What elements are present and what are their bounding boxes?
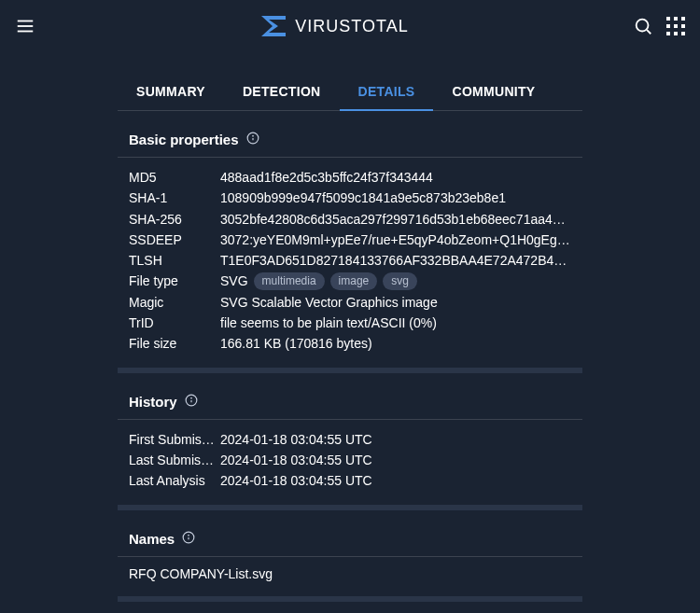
svg-rect-10 bbox=[681, 24, 685, 28]
row-trid: TrIDfile seems to be plain text/ASCII (0… bbox=[129, 313, 571, 333]
row-sha1: SHA-1108909b999e947f5099c1841a9e5c873b23… bbox=[129, 188, 571, 208]
topbar: VIRUSTOTAL bbox=[0, 0, 700, 52]
section-footer-bar bbox=[118, 596, 582, 602]
label: TrID bbox=[129, 313, 220, 332]
value: SVG Scalable Vector Graphics image bbox=[220, 293, 571, 312]
value: T1E0F3AD651D827184133766AF332BBAA4E72A47… bbox=[220, 251, 571, 270]
label: Last Submission bbox=[129, 451, 220, 469]
tag[interactable]: image bbox=[330, 272, 378, 290]
svg-rect-8 bbox=[666, 24, 670, 28]
row-tlsh: TLSHT1E0F3AD651D827184133766AF332BBAA4E7… bbox=[129, 250, 571, 271]
filetype-value: SVG bbox=[220, 272, 248, 290]
label: TLSH bbox=[129, 251, 220, 270]
brand-name: VIRUSTOTAL bbox=[295, 17, 408, 36]
svg-rect-5 bbox=[666, 17, 670, 21]
grid-icon[interactable] bbox=[666, 17, 685, 35]
row-last-submission: Last Submission2024-01-18 03:04:55 UTC bbox=[129, 450, 571, 470]
tag[interactable]: multimedia bbox=[254, 272, 325, 290]
name-item: RFQ COMPANY-List.svg bbox=[129, 566, 571, 581]
section-title: History bbox=[129, 394, 177, 410]
section-basic-properties: Basic properties MD5488aad1f8e2d5c3b5ffc… bbox=[118, 132, 582, 373]
label: MD5 bbox=[129, 168, 220, 187]
row-first-submission: First Submission2024-01-18 03:04:55 UTC bbox=[129, 429, 571, 450]
tab-community[interactable]: COMMUNITY bbox=[433, 75, 553, 110]
value: 108909b999e947f5099c1841a9e5c873b23eb8e1 bbox=[220, 188, 571, 207]
svg-rect-9 bbox=[674, 24, 678, 28]
svg-rect-6 bbox=[674, 17, 678, 21]
sigma-icon bbox=[259, 14, 287, 38]
row-sha256: SHA-2563052bfe42808c6d35aca297f299716d53… bbox=[129, 209, 571, 230]
value: 3052bfe42808c6d35aca297f299716d53b1eb68e… bbox=[220, 210, 571, 229]
search-icon[interactable] bbox=[633, 16, 653, 36]
section-title: Basic properties bbox=[129, 132, 239, 147]
label: SHA-1 bbox=[129, 188, 220, 207]
brand-logo[interactable]: VIRUSTOTAL bbox=[259, 14, 408, 38]
main-content: SUMMARY DETECTION DETAILS COMMUNITY Basi… bbox=[118, 75, 582, 602]
section-footer-bar bbox=[118, 368, 582, 373]
value: 2024-01-18 03:04:55 UTC bbox=[220, 430, 571, 449]
info-icon[interactable] bbox=[246, 132, 259, 147]
row-filetype: File type SVG multimedia image svg bbox=[129, 271, 571, 291]
value: 2024-01-18 03:04:55 UTC bbox=[220, 451, 571, 469]
row-magic: MagicSVG Scalable Vector Graphics image bbox=[129, 292, 571, 313]
value: file seems to be plain text/ASCII (0%) bbox=[220, 313, 571, 332]
section-footer-bar bbox=[118, 505, 582, 510]
row-ssdeep: SSDEEP3072:yeYE0M9ml+ypEe7/rue+E5qyP4obZ… bbox=[129, 230, 571, 250]
label: File type bbox=[129, 272, 220, 290]
svg-point-16 bbox=[252, 135, 253, 136]
menu-icon[interactable] bbox=[15, 16, 35, 36]
label: File size bbox=[129, 334, 220, 353]
svg-point-3 bbox=[637, 20, 649, 32]
section-names: Names RFQ COMPANY-List.svg bbox=[118, 531, 582, 602]
label: Magic bbox=[129, 293, 220, 312]
tab-summary[interactable]: SUMMARY bbox=[118, 75, 224, 110]
label: Last Analysis bbox=[129, 471, 220, 490]
info-icon[interactable] bbox=[185, 394, 198, 410]
svg-point-22 bbox=[189, 535, 189, 536]
row-last-analysis: Last Analysis2024-01-18 03:04:55 UTC bbox=[129, 470, 571, 491]
value: 166.81 KB (170816 bytes) bbox=[220, 334, 571, 353]
row-md5: MD5488aad1f8e2d5c3b5ffc24f37f343444 bbox=[129, 167, 571, 188]
svg-line-4 bbox=[647, 30, 651, 34]
info-icon[interactable] bbox=[182, 531, 195, 547]
tag[interactable]: svg bbox=[383, 272, 417, 290]
value: 3072:yeYE0M9ml+ypEe7/rue+E5qyP4obZeom+Q1… bbox=[220, 230, 571, 249]
value: 488aad1f8e2d5c3b5ffc24f37f343444 bbox=[220, 168, 571, 187]
svg-rect-12 bbox=[674, 32, 678, 35]
label: SHA-256 bbox=[129, 210, 220, 229]
tabs: SUMMARY DETECTION DETAILS COMMUNITY bbox=[118, 75, 582, 111]
svg-rect-11 bbox=[666, 32, 670, 35]
svg-rect-13 bbox=[681, 32, 685, 35]
value: 2024-01-18 03:04:55 UTC bbox=[220, 471, 571, 490]
row-filesize: File size166.81 KB (170816 bytes) bbox=[129, 333, 571, 354]
svg-point-19 bbox=[190, 397, 191, 398]
tab-detection[interactable]: DETECTION bbox=[224, 75, 340, 110]
section-title: Names bbox=[129, 531, 175, 547]
section-history: History First Submission2024-01-18 03:04… bbox=[118, 394, 582, 510]
tab-details[interactable]: DETAILS bbox=[340, 75, 434, 110]
label: First Submission bbox=[129, 430, 220, 449]
svg-rect-7 bbox=[681, 17, 685, 21]
label: SSDEEP bbox=[129, 230, 220, 249]
